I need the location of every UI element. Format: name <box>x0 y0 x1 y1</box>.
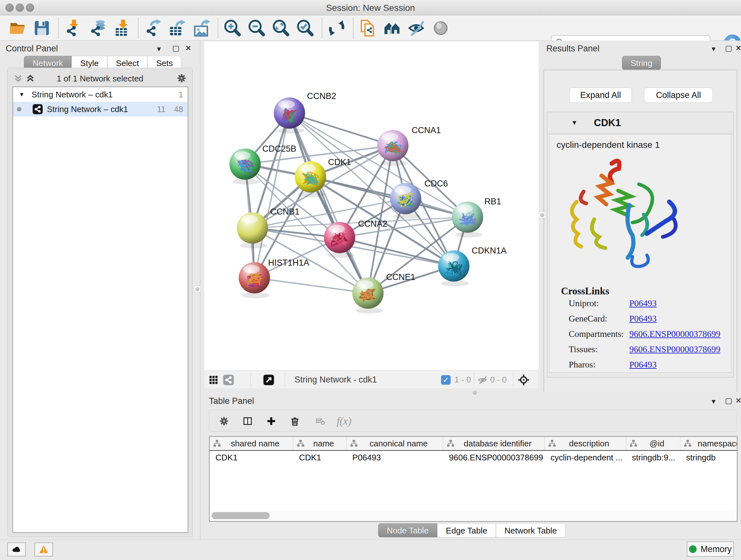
import-network-database-button[interactable] <box>87 18 107 38</box>
zoom-selected-button[interactable] <box>295 18 315 38</box>
zoom-fit-button[interactable] <box>271 18 291 38</box>
function-builder-icon[interactable]: f(x) <box>337 415 351 428</box>
float-panel-icon[interactable]: ▾ <box>712 397 716 406</box>
selected-checkbox-icon[interactable]: ✓ <box>441 375 451 385</box>
table-cell[interactable]: CDK1 <box>293 451 347 464</box>
column-header-canonical-name[interactable]: canonical name <box>347 437 443 450</box>
node-attribute-icon <box>350 439 358 448</box>
network-graph[interactable]: CCNB2CCNA1CDC25BCDK1CDC6RB1CCNB1CCNA2CDK… <box>204 42 539 370</box>
column-header-database-identifier[interactable]: database identifier <box>443 437 545 450</box>
network-node-ccna1[interactable]: CCNA1 <box>377 125 441 166</box>
hide-selected-button[interactable] <box>407 18 426 38</box>
collection-expand-arrow-icon[interactable]: ▼ <box>19 91 24 98</box>
refresh-layout-button[interactable] <box>327 18 347 38</box>
export-network-button[interactable] <box>143 18 163 38</box>
create-column-icon[interactable] <box>264 415 278 428</box>
close-panel-icon[interactable]: ✕ <box>185 44 192 53</box>
tab-network-table[interactable]: Network Table <box>496 523 565 537</box>
open-session-button[interactable] <box>8 18 27 38</box>
maximize-panel-icon[interactable]: ▢ <box>725 44 732 53</box>
collapse-all-button[interactable]: Collapse All <box>644 87 713 103</box>
table-cell[interactable]: 9606.ENSP00000378699 <box>443 451 545 464</box>
warnings-button[interactable] <box>35 543 53 557</box>
tab-node-table[interactable]: Node Table <box>378 523 437 537</box>
memory-button[interactable]: Memory <box>687 542 734 557</box>
gene-section-header[interactable]: ▼ CDK1 <box>547 112 733 134</box>
close-panel-icon[interactable]: ✕ <box>735 396 741 405</box>
network-list-header: 1 of 1 Network selected <box>8 71 192 85</box>
table-horizontal-scrollbar[interactable] <box>210 511 737 520</box>
table-row[interactable]: CDK1CDK1P064939606.ENSP00000378699cyclin… <box>210 451 737 464</box>
crosslink-link[interactable]: P06493 <box>629 314 657 324</box>
network-edge[interactable] <box>254 278 368 293</box>
birds-eye-view-icon[interactable] <box>263 374 274 386</box>
grid-mode-icon[interactable] <box>209 375 218 385</box>
network-canvas[interactable]: CCNB2CCNA1CDC25BCDK1CDC6RB1CCNB1CCNA2CDK… <box>204 42 539 370</box>
table-cell[interactable]: cyclin-dependent ... <box>545 451 626 464</box>
network-row[interactable]: String Network – cdk1 11 48 <box>13 102 188 117</box>
network-node-cdc6[interactable]: CDC6 <box>390 179 448 219</box>
export-table-button[interactable] <box>167 18 187 38</box>
column-header-name[interactable]: name <box>293 437 347 450</box>
column-header-description[interactable]: description <box>545 437 626 450</box>
maximize-panel-icon[interactable]: ▢ <box>172 44 180 53</box>
table-cell[interactable]: CDK1 <box>210 451 293 464</box>
hidden-eye-icon[interactable] <box>477 375 488 385</box>
zoom-in-button[interactable] <box>223 18 243 38</box>
gene-description: cyclin-dependent kinase 1 <box>556 140 660 150</box>
import-table-file-button[interactable] <box>112 18 131 38</box>
network-collection-row[interactable]: ▼ String Network – cdk1 1 <box>13 87 188 102</box>
graphics-details-button[interactable] <box>431 18 451 38</box>
network-overview-share-icon[interactable] <box>223 374 234 386</box>
table-toolbar: f(x) <box>209 410 737 432</box>
column-header-namespace[interactable]: namespace <box>680 437 738 450</box>
node-label: CDC6 <box>424 179 448 188</box>
results-panel-splitter-handle[interactable] <box>539 212 545 218</box>
table-cell[interactable]: stringdb:9... <box>626 451 680 464</box>
export-image-button[interactable] <box>192 18 211 38</box>
tab-edge-table[interactable]: Edge Table <box>437 523 496 537</box>
table-cell[interactable]: stringdb <box>680 451 738 464</box>
string-results-container: Expand All Collapse All ▼ CDK1 cyclin-de… <box>543 70 737 411</box>
float-panel-icon[interactable]: ▾ <box>712 44 716 53</box>
cloud-status-button[interactable] <box>7 543 26 557</box>
show-columns-icon[interactable] <box>241 415 255 428</box>
delete-column-trash-icon[interactable] <box>288 415 302 428</box>
network-node-hist1h1a[interactable]: HIST1H1A <box>239 258 309 298</box>
float-panel-icon[interactable]: ▾ <box>157 44 161 53</box>
control-panel-splitter-handle[interactable] <box>194 286 200 292</box>
column-header-shared-name[interactable]: shared name <box>210 437 293 450</box>
crosslink-link[interactable]: P06493 <box>629 360 657 370</box>
maximize-panel-icon[interactable]: ▢ <box>725 396 732 405</box>
node-label: RB1 <box>484 197 501 206</box>
scrollbar-thumb[interactable] <box>212 512 270 519</box>
column-header-@id[interactable]: @id <box>626 437 680 450</box>
crosslink-link[interactable]: P06493 <box>629 298 657 308</box>
delete-table-icon[interactable] <box>313 415 327 428</box>
table-panel-splitter-handle[interactable] <box>471 389 478 395</box>
table-options-gear-icon[interactable] <box>217 415 231 428</box>
tab-string[interactable]: String <box>622 56 661 70</box>
import-network-file-button[interactable] <box>63 18 83 38</box>
crosslink-row: GeneCard:P06493 <box>569 314 728 324</box>
copy-network-button[interactable] <box>358 18 378 38</box>
crosshair-icon[interactable] <box>518 374 530 386</box>
expand-all-button[interactable]: Expand All <box>569 87 632 103</box>
table-cell[interactable]: P06493 <box>347 451 443 464</box>
save-session-button[interactable] <box>32 18 52 38</box>
network-node-rb1[interactable]: RB1 <box>452 197 501 238</box>
network-edge[interactable] <box>289 113 393 145</box>
network-status-dot-icon <box>17 107 21 111</box>
toolbar-separator <box>353 18 354 38</box>
collection-count: 1 <box>179 90 183 100</box>
node-attribute-icon <box>213 439 221 448</box>
crosslink-link[interactable]: 9606.ENSP00000378699 <box>629 329 720 339</box>
first-neighbors-button[interactable] <box>382 18 402 38</box>
close-panel-icon[interactable]: ✕ <box>735 44 741 53</box>
network-node-cdkn1a[interactable]: CDKN1A <box>438 246 507 287</box>
section-collapse-arrow-icon[interactable]: ▼ <box>571 119 578 126</box>
network-options-gear-icon[interactable] <box>177 73 186 83</box>
crosslink-link[interactable]: 9606.ENSP00000378699 <box>629 344 720 354</box>
zoom-out-button[interactable] <box>247 18 267 38</box>
node-label: CDKN1A <box>472 246 507 255</box>
